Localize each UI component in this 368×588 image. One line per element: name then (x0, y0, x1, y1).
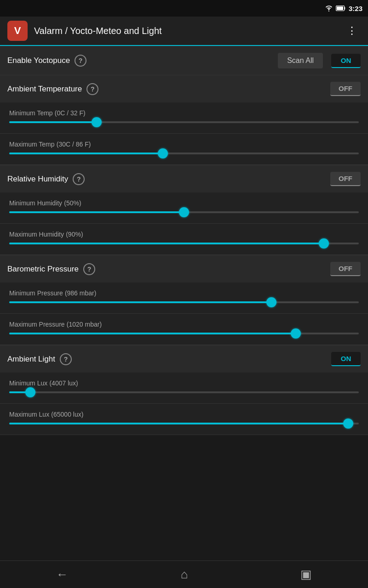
min-pressure-slider-section: Minimum Pressure (986 mbar) (0, 283, 368, 314)
max-humidity-slider-thumb[interactable] (319, 238, 329, 249)
max-humidity-value: (90%) (66, 231, 83, 238)
barometric-pressure-help-icon[interactable]: ? (83, 263, 95, 275)
max-pressure-slider-track[interactable] (9, 333, 359, 334)
min-pressure-label: Minimum Pressure (9, 289, 63, 297)
max-humidity-label: Maximum Humidity (9, 231, 64, 238)
min-humidity-slider-track[interactable] (9, 211, 359, 213)
relative-humidity-help-icon[interactable]: ? (73, 173, 85, 185)
min-lux-slider-track[interactable] (9, 391, 359, 393)
svg-rect-2 (337, 6, 343, 10)
max-temp-label: Maximum Temp (9, 141, 55, 148)
min-lux-label: Minimum Lux (9, 379, 47, 387)
relative-humidity-toggle-button[interactable]: OFF (330, 172, 361, 186)
max-lux-slider-section: Maximum Lux (65000 lux) (0, 404, 368, 435)
ambient-light-toggle-button[interactable]: ON (331, 352, 361, 366)
min-humidity-value: (50%) (64, 199, 81, 207)
relative-humidity-toggle[interactable]: OFF (330, 172, 361, 186)
barometric-pressure-header: Barometric Pressure ? OFF (0, 255, 368, 283)
wifi-icon (325, 5, 333, 11)
min-pressure-slider-thumb[interactable] (266, 297, 276, 307)
max-temp-value: (30C / 86 F) (57, 141, 91, 148)
svg-point-0 (328, 11, 329, 11)
max-lux-slider-fill (9, 423, 348, 424)
overflow-menu-icon[interactable]: ⋮ (343, 21, 361, 40)
yoctopuce-help-icon[interactable]: ? (75, 55, 86, 67)
app-title: Valarm / Yocto-Meteo and Light (34, 26, 343, 36)
max-lux-value: (65000 lux) (51, 411, 83, 418)
ambient-temperature-toggle[interactable]: OFF (330, 82, 361, 96)
min-lux-slider-thumb[interactable] (25, 387, 35, 397)
home-button[interactable]: ⌂ (181, 567, 188, 582)
ambient-light-label: Ambient Light (7, 355, 55, 364)
max-lux-slider-thumb[interactable] (343, 418, 353, 429)
max-lux-slider-track[interactable] (9, 423, 359, 424)
max-humidity-slider-section: Maximum Humidity (90%) (0, 224, 368, 255)
max-temp-slider-section: Maximum Temp (30C / 86 F) (0, 134, 368, 165)
min-temp-label: Minimum Temp (9, 109, 53, 117)
ambient-temperature-header: Ambient Temperature ? OFF (0, 75, 368, 102)
min-lux-slider-section: Minimum Lux (4007 lux) (0, 373, 368, 404)
scan-all-button[interactable]: Scan All (278, 53, 323, 68)
ambient-temperature-toggle-button[interactable]: OFF (330, 82, 361, 96)
min-temp-slider-thumb[interactable] (92, 117, 102, 127)
max-pressure-value: (1020 mbar) (67, 321, 102, 328)
max-pressure-slider-section: Maximum Pressure (1020 mbar) (0, 314, 368, 345)
min-temp-value: (0C / 32 F) (55, 109, 86, 117)
min-humidity-slider-section: Minimum Humidity (50%) (0, 192, 368, 224)
app-logo: V (7, 21, 28, 41)
barometric-pressure-toggle[interactable]: OFF (330, 262, 361, 276)
yoctopuce-toggle[interactable]: ON (331, 54, 361, 68)
min-temp-slider-track[interactable] (9, 121, 359, 123)
bottom-nav: ← ⌂ ▣ (0, 560, 368, 588)
max-temp-slider-track[interactable] (9, 153, 359, 154)
max-pressure-label: Maximum Pressure (9, 321, 65, 328)
status-bar: 3:23 (0, 0, 368, 17)
max-pressure-slider-fill (9, 333, 296, 334)
back-button[interactable]: ← (56, 567, 68, 582)
barometric-pressure-toggle-button[interactable]: OFF (330, 262, 361, 276)
max-lux-label: Maximum Lux (9, 411, 49, 418)
yoctopuce-label: Enable Yoctopuce (7, 56, 70, 65)
min-humidity-slider-fill (9, 211, 184, 213)
max-humidity-slider-fill (9, 243, 324, 244)
min-pressure-slider-fill (9, 301, 271, 303)
app-bar: V Valarm / Yocto-Meteo and Light ⋮ (0, 17, 368, 46)
min-pressure-slider-track[interactable] (9, 301, 359, 303)
main-content: Enable Yoctopuce ? Scan All ON Ambient T… (0, 46, 368, 463)
status-icons: 3:23 (325, 5, 362, 12)
max-temp-slider-thumb[interactable] (158, 148, 168, 158)
battery-icon (336, 6, 346, 11)
max-pressure-slider-thumb[interactable] (291, 328, 301, 339)
ambient-temperature-label: Ambient Temperature (7, 85, 82, 94)
max-temp-slider-fill (9, 153, 163, 154)
relative-humidity-label: Relative Humidity (7, 175, 68, 184)
yoctopuce-toggle-button[interactable]: ON (331, 54, 361, 68)
min-temp-slider-fill (9, 121, 97, 123)
min-humidity-label: Minimum Humidity (9, 199, 62, 207)
min-lux-value: (4007 lux) (49, 379, 78, 387)
ambient-light-toggle[interactable]: ON (331, 352, 361, 366)
ambient-light-help-icon[interactable]: ? (60, 353, 72, 365)
status-time: 3:23 (349, 5, 362, 12)
ambient-temperature-help-icon[interactable]: ? (86, 83, 98, 95)
min-temp-slider-section: Minimum Temp (0C / 32 F) (0, 102, 368, 134)
barometric-pressure-label: Barometric Pressure (7, 265, 79, 274)
ambient-light-header: Ambient Light ? ON (0, 345, 368, 373)
yoctopuce-section-header: Enable Yoctopuce ? Scan All ON (0, 46, 368, 75)
relative-humidity-header: Relative Humidity ? OFF (0, 165, 368, 192)
min-pressure-value: (986 mbar) (65, 289, 97, 297)
max-humidity-slider-track[interactable] (9, 243, 359, 244)
recent-apps-button[interactable]: ▣ (300, 567, 312, 582)
min-humidity-slider-thumb[interactable] (179, 207, 189, 217)
